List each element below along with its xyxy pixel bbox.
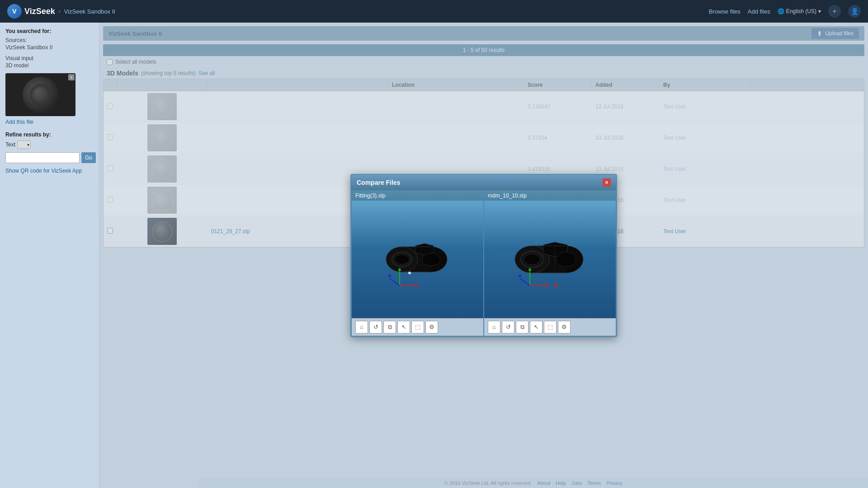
modal-title: Compare Files — [357, 179, 400, 186]
visual-input-model-icon — [23, 77, 59, 113]
svg-line-31 — [520, 278, 530, 286]
right-settings-button[interactable]: ⚙ — [558, 321, 571, 333]
svg-point-15 — [408, 272, 411, 274]
language-icon: 🌐 — [778, 8, 784, 14]
sources-value: VizSeek Sandbox II — [5, 44, 94, 51]
compare-panel-right: mdm_10_10.stp — [484, 190, 616, 336]
right-select-button[interactable]: ↖ — [530, 321, 542, 333]
sidebar: You searched for: Sources: VizSeek Sandb… — [0, 23, 99, 488]
text-filter-dropdown[interactable]: ▾ — [17, 141, 31, 149]
user-nav-button[interactable]: 👤 — [848, 5, 861, 18]
right-panel-toolbar: ⌂ ↺ ⧉ ↖ ⬚ ⚙ — [484, 318, 616, 336]
qr-code-link[interactable]: Show QR code for VizSeek App — [5, 168, 82, 174]
right-undo-button[interactable]: ↺ — [502, 321, 514, 333]
text-filter-label: Text — [5, 141, 15, 148]
right-model-svg — [505, 214, 595, 305]
app-logo[interactable]: V VizSeek — [7, 4, 55, 19]
svg-marker-32 — [518, 274, 522, 277]
svg-marker-14 — [388, 274, 392, 277]
left-select-button[interactable]: ↖ — [397, 321, 410, 333]
modal-body: Fitting(3).stp — [351, 190, 616, 336]
searched-for-label: You searched for: — [5, 28, 94, 34]
left-view-button[interactable]: ⬚ — [411, 321, 424, 333]
svg-point-5 — [395, 254, 409, 264]
right-home-button[interactable]: ⌂ — [488, 321, 500, 333]
search-go-button[interactable]: Go — [81, 152, 96, 163]
svg-point-8 — [422, 253, 440, 266]
main-layout: You searched for: Sources: VizSeek Sandb… — [0, 23, 868, 488]
visual-input-preview: × — [5, 73, 75, 116]
left-undo-button[interactable]: ↺ — [369, 321, 382, 333]
left-panel-toolbar: ⌂ ↺ ⧉ ↖ ⬚ ⚙ — [352, 318, 483, 336]
nav-links: Browse files Add files 🌐 English (US) ▾ … — [709, 5, 861, 18]
modal-close-button[interactable]: × — [603, 178, 611, 187]
sources-label: Sources: — [5, 37, 94, 43]
language-dropdown-icon: ▾ — [818, 8, 821, 14]
right-copy-button[interactable]: ⧉ — [516, 321, 528, 333]
left-panel-3d-view — [352, 201, 483, 318]
svg-marker-28 — [546, 284, 549, 287]
modal-overlay: Compare Files × Fitting(3).stp — [99, 23, 868, 488]
language-label: English (US) — [786, 8, 816, 14]
left-panel-filename: Fitting(3).stp — [352, 191, 483, 201]
left-copy-button[interactable]: ⧉ — [383, 321, 396, 333]
language-selector[interactable]: 🌐 English (US) ▾ — [778, 8, 821, 14]
left-model-svg — [373, 214, 463, 305]
refine-label: Refine results by: — [5, 131, 94, 138]
logo-icon: V — [7, 4, 22, 19]
svg-line-13 — [390, 278, 400, 286]
top-navigation: V VizSeek › VizSeek Sandbox II Browse fi… — [0, 0, 868, 23]
search-input[interactable] — [5, 152, 80, 163]
right-panel-filename: mdm_10_10.stp — [484, 191, 616, 201]
left-home-button[interactable]: ⌂ — [355, 321, 368, 333]
visual-input-label: Visual input — [5, 55, 94, 61]
right-view-button[interactable]: ⬚ — [544, 321, 557, 333]
remove-visual-input-button[interactable]: × — [68, 74, 75, 80]
app-name: VizSeek — [24, 7, 55, 16]
browse-files-link[interactable]: Browse files — [709, 8, 741, 15]
compare-panel-left: Fitting(3).stp — [351, 190, 484, 336]
content-area: VizSeek Sandbox II ⬆ Upload files 1 - 5 … — [99, 23, 868, 488]
svg-point-21 — [524, 254, 540, 265]
right-panel-3d-view — [484, 201, 616, 318]
breadcrumb-separator: › — [59, 8, 61, 14]
left-settings-button[interactable]: ⚙ — [425, 321, 438, 333]
add-nav-button[interactable]: ＋ — [828, 5, 841, 18]
compare-files-modal: Compare Files × Fitting(3).stp — [350, 174, 617, 337]
modal-header: Compare Files × — [351, 175, 616, 190]
visual-input-value: 3D model — [5, 62, 94, 69]
svg-point-24 — [556, 252, 576, 267]
breadcrumb-current[interactable]: VizSeek Sandbox II — [64, 8, 115, 15]
add-files-link[interactable]: Add files — [748, 8, 770, 15]
add-file-link[interactable]: Add this file — [5, 119, 94, 125]
svg-marker-10 — [415, 284, 419, 287]
